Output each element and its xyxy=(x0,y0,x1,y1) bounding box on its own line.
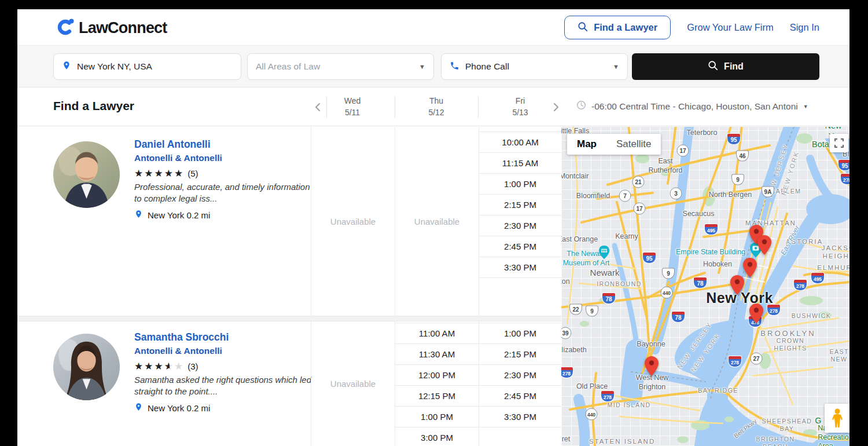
top-header: LawConnect Find a Lawyer Grow Your Law F… xyxy=(17,9,849,46)
star-icon: ★ xyxy=(144,167,154,180)
review-quote: Samantha asked the right questions which… xyxy=(134,374,314,397)
map-pin[interactable] xyxy=(743,258,757,277)
newark-museum-poi-icon[interactable] xyxy=(598,246,610,262)
lawyer-firm-link[interactable]: Antonelli & Antonelli xyxy=(134,153,222,163)
lawyer-location-text: New York 0.2 mi xyxy=(148,210,210,220)
pegman-control[interactable] xyxy=(825,404,849,433)
day-column[interactable]: Thu5/12 xyxy=(407,95,465,118)
availability-column: Unavailable xyxy=(311,321,395,446)
phone-icon xyxy=(450,61,459,73)
star-icon: ★ xyxy=(174,360,184,372)
unavailable-label: Unavailable xyxy=(330,379,376,389)
map-pin[interactable] xyxy=(730,275,744,295)
star-icon: ★ xyxy=(164,167,174,180)
unavailable-label: Unavailable xyxy=(330,217,376,226)
star-icon: ★ xyxy=(155,360,164,372)
availability-column: 10:00 AM11:15 AM1:00 PM2:15 PM2:30 PM2:4… xyxy=(479,127,561,316)
day-name: Wed xyxy=(323,95,381,107)
lawyer-name-link[interactable]: Samantha Sbrocchi xyxy=(134,331,229,343)
timezone-select[interactable]: -06:00 Central Time - Chicago, Houston, … xyxy=(576,100,808,112)
time-slot-button[interactable]: 12:00 PM xyxy=(395,365,479,386)
logo-text: LawConnect xyxy=(79,19,167,37)
time-slot-button[interactable]: 2:15 PM xyxy=(479,344,561,365)
satellite-view-button[interactable]: Satellite xyxy=(606,134,661,155)
map-panel[interactable]: Little FallsTeterboroEast RutherfordMont… xyxy=(561,127,849,446)
lawconnect-logo[interactable]: LawConnect xyxy=(57,18,167,38)
nav-sign-in[interactable]: Sign In xyxy=(790,22,819,33)
time-slot-button[interactable]: 11:30 AM xyxy=(395,344,479,365)
star-icon: ★ xyxy=(174,167,184,180)
map-view-button[interactable]: Map xyxy=(567,134,606,155)
lawyer-row: Samantha Sbrocchi Antonelli & Antonelli … xyxy=(17,321,561,446)
contact-method-select[interactable]: Phone Call ▼ xyxy=(441,53,628,80)
chevron-down-icon: ▼ xyxy=(419,63,425,70)
lawyer-location-text: New York 0.2 mi xyxy=(148,403,210,413)
app-window: LawConnect Find a Lawyer Grow Your Law F… xyxy=(17,9,849,446)
fullscreen-icon xyxy=(834,138,844,148)
time-slot-button[interactable]: 11:15 AM xyxy=(479,153,561,174)
location-input[interactable]: New York NY, USA xyxy=(53,53,241,80)
timezone-value: -06:00 Central Time - Chicago, Houston, … xyxy=(591,101,798,112)
time-slot-button[interactable]: 11:00 AM xyxy=(395,323,479,344)
nav-find-a-lawyer-label: Find a Lawyer xyxy=(594,22,657,33)
location-pin-icon xyxy=(134,401,143,414)
contact-method-value: Phone Call xyxy=(465,61,509,72)
day-name: Fri xyxy=(491,95,549,107)
time-slot-button[interactable]: 3:30 PM xyxy=(479,257,561,278)
lawyer-name-link[interactable]: Daniel Antonelli xyxy=(134,138,211,151)
chevron-down-icon: ▼ xyxy=(613,63,619,70)
time-slot-button[interactable]: 2:45 PM xyxy=(479,236,561,257)
time-slot-button[interactable]: 2:45 PM xyxy=(479,386,561,407)
time-slot-button[interactable]: 3:30 PM xyxy=(479,407,561,427)
time-slot-button[interactable]: 2:15 PM xyxy=(479,195,561,215)
map-pin[interactable] xyxy=(645,356,659,376)
unavailable-label: Unavailable xyxy=(414,217,459,226)
location-pin-icon xyxy=(134,209,143,221)
time-slot-button[interactable]: 1:00 PM xyxy=(479,174,561,195)
time-slot-button[interactable]: 12:15 PM xyxy=(395,386,479,407)
column-divider xyxy=(326,96,327,118)
star-rating: ★★★★★(5) xyxy=(134,167,198,180)
lawyer-row: Daniel Antonelli Antonelli & Antonelli ★… xyxy=(17,127,561,316)
time-slot-button[interactable]: 1:00 PM xyxy=(395,407,479,427)
time-slot-button[interactable]: 1:00 PM xyxy=(479,323,561,344)
star-rating: ★★★★★★(3) xyxy=(134,360,198,372)
chevron-down-icon: ▼ xyxy=(803,104,808,109)
star-icon: ★ xyxy=(134,360,144,372)
next-days-chevron-icon[interactable] xyxy=(550,101,561,113)
previous-days-chevron-icon[interactable] xyxy=(312,101,324,113)
location-value: New York NY, USA xyxy=(77,61,152,72)
globe-clock-icon xyxy=(576,100,586,112)
lawconnect-logo-icon xyxy=(57,18,74,38)
find-button-label: Find xyxy=(724,61,744,72)
availability-column: Unavailable xyxy=(311,127,395,316)
map-pin[interactable] xyxy=(749,304,763,323)
day-column[interactable]: Wed5/11 xyxy=(323,95,381,118)
lawyer-avatar[interactable] xyxy=(53,334,120,400)
area-of-law-placeholder: All Areas of Law xyxy=(256,61,320,72)
availability-column: Unavailable xyxy=(395,127,479,316)
time-slot-button[interactable]: 10:00 AM xyxy=(479,132,561,153)
review-count: (5) xyxy=(187,169,198,178)
time-slot-button[interactable]: 3:00 PM xyxy=(395,427,479,446)
location-pin-icon xyxy=(62,60,71,74)
map-type-control: Map Satellite xyxy=(567,134,661,155)
time-slot-button[interactable]: 2:30 PM xyxy=(479,365,561,386)
lawyer-firm-link[interactable]: Antonelli & Antonelli xyxy=(134,346,222,356)
find-button[interactable]: Find xyxy=(632,53,819,80)
page-title: Find a Lawyer xyxy=(53,99,134,113)
nav-find-a-lawyer-button[interactable]: Find a Lawyer xyxy=(564,16,671,39)
review-quote: Professional, accurate, and timely infor… xyxy=(134,181,314,204)
fullscreen-button[interactable] xyxy=(830,134,848,152)
day-date: 5/12 xyxy=(407,107,465,118)
nav-grow-your-law-firm[interactable]: Grow Your Law Firm xyxy=(687,22,773,33)
map-pin[interactable] xyxy=(757,235,771,255)
star-icon: ★ xyxy=(134,167,144,180)
time-slot-button[interactable]: 2:30 PM xyxy=(479,215,561,236)
day-column[interactable]: Fri5/13 xyxy=(491,95,549,118)
area-of-law-select[interactable]: All Areas of Law ▼ xyxy=(247,53,434,80)
star-icon: ★ xyxy=(155,167,164,180)
lawyer-location: New York 0.2 mi xyxy=(134,209,210,221)
search-icon xyxy=(708,60,718,73)
lawyer-avatar[interactable] xyxy=(53,141,120,208)
